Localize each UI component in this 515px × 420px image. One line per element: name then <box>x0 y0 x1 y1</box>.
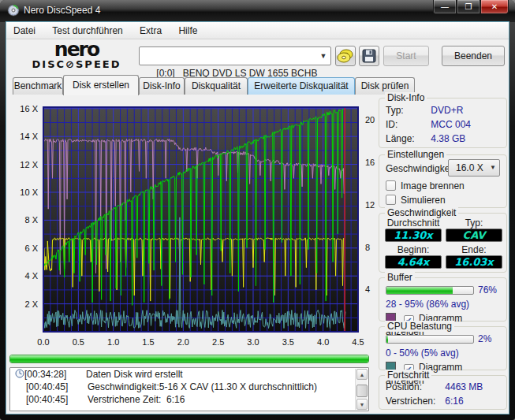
image-brennen-row: Image brennen <box>379 179 506 193</box>
group-cpu: CPU Belastung 2% 0 - 50% (5% avg) Diagra… <box>379 326 507 370</box>
disk-length-value: 4.38 GB <box>431 133 465 144</box>
menu-datei[interactable]: Datei <box>6 22 43 39</box>
end-speed-label: Ende: <box>446 245 502 255</box>
app-icon <box>7 4 20 17</box>
log-text: Verstrichene Zeit: 6:16 <box>88 394 185 405</box>
elapsed-label: Verstrichen: <box>386 395 442 407</box>
group-disk-info: Disk-Info Typ: DVD+R ID: MCC 004 Länge: … <box>379 98 507 148</box>
group-title: Disk-Info <box>385 92 427 103</box>
speed-type-block: Typ: CAV <box>446 218 502 242</box>
disk-type-value: DVD+R <box>431 105 463 116</box>
svg-text:0.5: 0.5 <box>73 337 84 347</box>
log-time: [00:40:45] <box>26 381 77 393</box>
speed-setting-row: Geschwindigkeit 16.0 X ▼ <box>379 162 506 176</box>
beenden-button[interactable]: Beenden <box>442 46 505 66</box>
log-time: [00:34:28] <box>24 368 75 381</box>
speed-select[interactable]: 16.0 X ▼ <box>448 159 500 177</box>
simulieren-row: Simulieren <box>379 193 506 207</box>
minimize-button[interactable]: — <box>433 0 457 14</box>
end-speed-block: Ende: 16.03x <box>446 245 502 269</box>
group-geschwindigkeit: Geschwindigkeit Durchschnitt 11.30x Typ:… <box>379 213 507 273</box>
close-button[interactable]: ✕ <box>480 0 509 14</box>
svg-text:16 X: 16 X <box>20 104 38 113</box>
disk-type-label: Typ: <box>386 104 428 117</box>
log-text: Daten Disk wird erstellt <box>86 369 183 380</box>
window-title: Nero DiscSpeed 4 <box>24 5 100 16</box>
svg-text:20: 20 <box>365 115 375 125</box>
cpu-progress-bar <box>386 335 474 344</box>
group-title: Buffer <box>385 272 415 283</box>
avg-speed-value: 11.30x <box>385 229 442 242</box>
buffer-progress-bar <box>386 286 474 295</box>
svg-text:8: 8 <box>365 243 370 252</box>
log-time: [00:40:45] <box>26 393 77 406</box>
svg-text:14 X: 14 X <box>20 132 38 141</box>
buffer-percent: 76% <box>478 284 497 295</box>
tab-disk-info[interactable]: Disk-Info <box>139 77 185 95</box>
scroll-up-button[interactable]: ▲ <box>356 369 368 380</box>
begin-speed-value: 4.64x <box>385 255 442 269</box>
group-title: Geschwindigkeit <box>385 207 458 218</box>
speed-type-label: Typ: <box>446 218 502 229</box>
speed-select-value: 16.0 X <box>456 162 483 173</box>
simulieren-checkbox[interactable] <box>386 195 396 205</box>
svg-text:4: 4 <box>365 284 370 294</box>
svg-text:0.0: 0.0 <box>37 337 49 347</box>
svg-text:12 X: 12 X <box>20 160 38 169</box>
drive-select[interactable]: [0:0] BENQ DVD LS DW 1655 BCHB <box>139 46 331 65</box>
scroll-down-button[interactable]: ▼ <box>356 399 368 410</box>
speed-chart: 2 X4 X6 X8 X10 X12 X14 X16 X481216200.00… <box>8 96 375 356</box>
position-label: Position: <box>386 381 442 393</box>
clock-info-icon <box>15 369 24 378</box>
log-line: [00:34:28]Daten Disk wird erstellt <box>10 368 368 381</box>
svg-text:3.0: 3.0 <box>247 337 259 347</box>
svg-text:8 X: 8 X <box>24 215 38 225</box>
save-floppy-icon <box>362 49 376 63</box>
tab-benchmark[interactable]: Benchmark <box>13 77 63 95</box>
disk-info-row: Länge: 4.38 GB <box>379 132 506 146</box>
eject-disc-button[interactable] <box>335 46 356 66</box>
tab-erweiterte-diskqualitaet[interactable]: Erweiterte Diskqualität <box>248 77 355 95</box>
svg-text:6 X: 6 X <box>24 243 38 253</box>
chevron-down-icon[interactable]: ▼ <box>317 46 330 65</box>
log-scrollbar[interactable]: ▲ ▼ <box>355 369 368 410</box>
tab-disk-erstellen[interactable]: Disk erstellen <box>63 75 139 95</box>
group-buffer: Buffer 76% 28 - 95% (86% avg) Diagramm a… <box>379 277 507 322</box>
menu-extra[interactable]: Extra <box>132 22 169 39</box>
title-bar[interactable]: Nero DiscSpeed 4 — ❐ ✕ <box>0 0 515 22</box>
maximize-button[interactable]: ❐ <box>457 0 480 14</box>
save-button[interactable] <box>359 46 379 66</box>
menu-hilfe[interactable]: Hilfe <box>171 22 204 39</box>
scroll-thumb[interactable] <box>356 385 368 397</box>
group-title: Einstellungen <box>385 149 446 160</box>
image-brennen-label: Image brennen <box>401 180 465 191</box>
disk-id-label: ID: <box>386 118 428 131</box>
group-fortschritt: Fortschritt Position: 4463 MB Verstriche… <box>379 375 507 410</box>
group-einstellungen: Einstellungen Geschwindigkeit 16.0 X ▼ I… <box>379 154 507 208</box>
disk-info-row: Typ: DVD+R <box>379 103 506 117</box>
avg-speed-block: Durchschnitt 11.30x <box>385 218 442 242</box>
start-button[interactable]: Start <box>383 46 429 66</box>
menu-bar: Datei Test durchführen Extra Hilfe <box>6 22 509 39</box>
begin-speed-block: Beginn: 4.64x <box>385 245 442 269</box>
group-title: Fortschritt <box>385 370 431 381</box>
log-panel: [00:34:28]Daten Disk wird erstellt [00:4… <box>9 367 369 411</box>
svg-text:4.0: 4.0 <box>317 337 329 347</box>
cpu-percent: 2% <box>478 333 491 344</box>
image-brennen-checkbox[interactable] <box>386 180 396 191</box>
avg-speed-label: Durchschnitt <box>385 218 442 229</box>
svg-text:3.5: 3.5 <box>282 337 294 347</box>
buffer-bar-row: 76% <box>379 283 506 297</box>
buffer-range: 28 - 95% (86% avg) <box>379 297 506 311</box>
log-line: [00:40:45]Geschwindigkeit:5-16 X CAV (11… <box>10 381 368 393</box>
group-title: CPU Belastung <box>385 321 454 332</box>
speed-type-value: CAV <box>446 229 502 242</box>
svg-text:10 X: 10 X <box>20 188 38 197</box>
svg-text:2 X: 2 X <box>24 299 38 309</box>
menu-test-durchfuehren[interactable]: Test durchführen <box>45 22 129 39</box>
svg-text:2.5: 2.5 <box>212 337 224 347</box>
overall-progress-bar <box>9 355 369 363</box>
elapsed-value: 6:16 <box>445 396 463 407</box>
tab-diskqualitaet[interactable]: Diskqualität <box>185 77 248 95</box>
buffer-progress-fill <box>386 287 453 294</box>
